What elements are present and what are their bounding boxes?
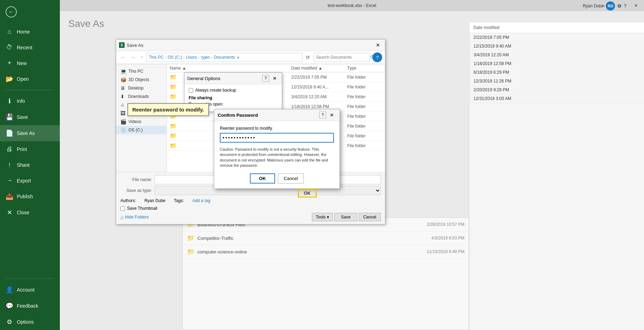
confirm-pwd-caution: Caution: Password to modify is not a sec… [220,147,334,168]
sidebar-item-open[interactable]: 📂 Open [0,71,60,87]
help-button[interactable]: ? [372,52,382,62]
sidebar-item-close[interactable]: ✕ Close [0,205,60,221]
bg-folders: 📁 Business-in-a-Box Files 2/28/2019 10:5… [182,217,469,330]
close-window-button[interactable]: ✕ [628,0,644,11]
right-panel-row: 2/20/2019 9:28 PM [469,86,644,94]
col-name[interactable]: Name ▲ [170,66,291,71]
recent-icon: ⏱ [6,44,13,51]
sidebar-item-label: Home [17,29,30,35]
confirm-pwd-body: Reenter password to modify. Caution: Pas… [214,121,340,188]
sidebar: ← ⌂ Home ⏱ Recent + New 📂 Open ℹ Info 💾 … [0,0,60,330]
always-backup-label: Always create backup [195,88,236,93]
always-backup-checkbox[interactable] [189,88,193,93]
address-crumb-thispc[interactable]: This PC [149,55,164,60]
videos-icon: 🎬 [120,119,126,124]
add-tag-link[interactable]: Add a tag [192,198,210,203]
main-content: Save As Date modified 2/22/2019 7:05 PM … [60,11,644,330]
confirm-pwd-input[interactable] [220,133,334,143]
sidebar-item-label: Save [17,114,28,120]
music-icon: ♫ [120,102,126,108]
nav-osc[interactable]: 💿 OS (C:) [116,126,167,134]
authors-label: Authors: [120,198,136,203]
sidebar-item-label: Options [17,319,34,325]
nav-videos[interactable]: 🎬 Videos [116,117,167,126]
right-panel-row: 3/4/2019 12:20 AM [469,51,644,59]
authors-value: Ryan Dube [145,198,166,203]
sidebar-item-share[interactable]: ↑ Share [0,157,60,173]
search-input[interactable] [316,55,369,60]
maximize-button[interactable]: □ [612,0,628,11]
nav-up-button[interactable]: ↑ [139,54,145,61]
tools-button[interactable]: Tools ▾ [312,213,333,221]
right-panel-header: Date modified [469,22,644,33]
nav-back-button[interactable]: ← [119,54,127,61]
chevron-up-icon: △ [120,215,124,220]
general-options-help-button[interactable]: ? [262,75,269,82]
confirm-pwd-close-button[interactable]: ✕ [328,112,336,119]
saveas-dialog-close-button[interactable]: ✕ [374,42,382,49]
thumbnail-checkbox[interactable] [120,206,125,211]
address-crumb-documents[interactable]: Documents [214,55,235,60]
close-sidebar-icon: ✕ [6,209,13,216]
address-crumb-users[interactable]: Users [186,55,197,60]
confirm-pwd-titlebar: Confirm Password ? ✕ [214,109,340,121]
sidebar-item-print[interactable]: 🖨 Print [0,141,60,157]
save-icon: 💾 [6,113,13,121]
sidebar-item-account[interactable]: 👤 Account [0,282,60,298]
general-options-titlebar: General Options ? ✕ [184,73,282,84]
sidebar-item-label: Account [17,287,35,293]
back-button[interactable]: ← [0,0,60,24]
confirm-pwd-help-button[interactable]: ? [319,112,326,119]
address-crumb-ryjen[interactable]: ryjen [201,55,210,60]
nav-3dobjects[interactable]: 📦 3D Objects [116,76,167,84]
sidebar-item-info[interactable]: ℹ Info [0,93,60,109]
options-icon: ⚙ [6,318,13,326]
file-sharing-section: File sharing [189,95,278,100]
sidebar-item-label: Open [17,76,29,82]
sidebar-item-publish[interactable]: 📤 Publish [0,188,60,205]
sidebar-item-options[interactable]: ⚙ Options [0,314,60,330]
right-panel-row: 1/18/2019 12:58 PM [469,59,644,68]
sidebar-item-save[interactable]: 💾 Save [0,109,60,125]
titlebar-title: test-workbook.xlsx - Excel [328,3,376,8]
address-crumb-osc[interactable]: OS (C:) [168,55,182,60]
action-buttons: Tools ▾ Save Cancel [312,213,381,221]
sidebar-item-feedback[interactable]: 💬 Feedback [0,298,60,314]
confirm-cancel-button[interactable]: Cancel [278,173,304,184]
nav-desktop[interactable]: 🖥 Desktop [116,84,167,92]
saveas-actions: △ Hide Folders Tools ▾ Save Cancel [120,213,381,221]
callout-box: Reenter password to modify. [127,103,209,116]
right-panel-row: 12/31/2018 3:03 AM [469,94,644,103]
sidebar-item-saveas[interactable]: 📄 Save As [0,125,60,141]
sidebar-item-label: Info [17,98,25,104]
always-backup-check: Always create backup [189,88,278,93]
nav-thispc[interactable]: 💻 This PC [116,67,167,76]
right-panel-row: 2/22/2019 7:05 PM [469,33,644,42]
refresh-button[interactable]: ⟳ [304,53,312,62]
nav-downloads[interactable]: ⬇ Downloads [116,92,167,101]
saveas-toolbar: ← → ↑ This PC › OS (C:) › Users › ryjen … [116,51,385,64]
cancel-button[interactable]: Cancel [359,213,381,221]
hide-folders-link[interactable]: △ Hide Folders [120,215,149,220]
saveas-icon: 📄 [6,129,13,137]
nav-forward-button[interactable]: → [129,54,137,61]
minimize-button[interactable]: − [596,0,612,11]
sidebar-item-new[interactable]: + New [0,55,60,71]
feedback-icon: 💬 [6,302,13,310]
right-panel-row: 6/18/2019 6:29 PM [469,68,644,77]
sidebar-item-home[interactable]: ⌂ Home [0,24,60,40]
file-header-row: Name ▲ Date modified ▲ Type [167,64,385,72]
address-dropdown-button[interactable]: ▾ [237,56,239,59]
address-bar: This PC › OS (C:) › Users › ryjen › Docu… [146,53,302,62]
general-options-close-button[interactable]: ✕ [271,75,279,82]
sidebar-item-label: Recent [17,45,32,50]
sidebar-item-export[interactable]: → Export [0,173,60,188]
sidebar-item-recent[interactable]: ⏱ Recent [0,40,60,55]
col-type[interactable]: Type [347,66,382,71]
confirm-ok-button[interactable]: OK [250,173,275,184]
sidebar-item-label: Save As [17,130,35,136]
col-date[interactable]: Date modified ▲ [291,66,347,71]
save-button[interactable]: Save [334,213,357,221]
print-icon: 🖨 [6,145,13,153]
saveas-dialog-title: Save As [127,43,372,48]
